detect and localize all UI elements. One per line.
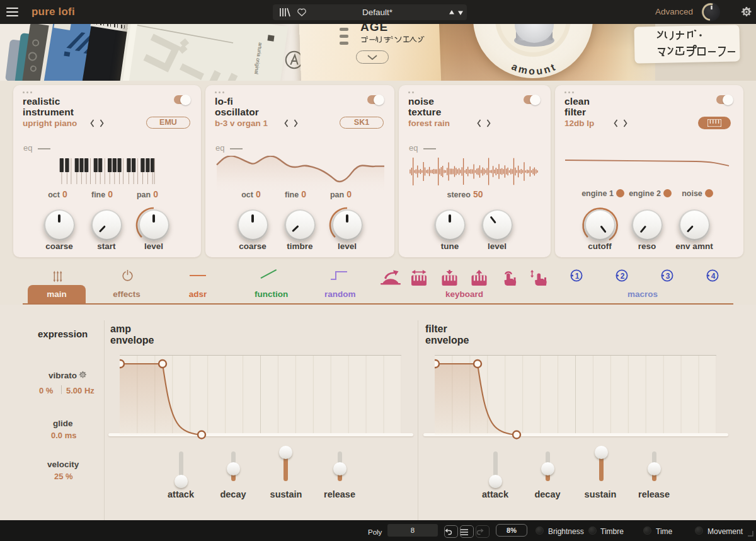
svg-text:3: 3 [666, 272, 670, 281]
svg-text:2: 2 [621, 272, 625, 281]
svg-text:amount: amount [510, 61, 559, 76]
svg-text:1: 1 [575, 272, 580, 281]
svg-text:4: 4 [711, 272, 716, 281]
